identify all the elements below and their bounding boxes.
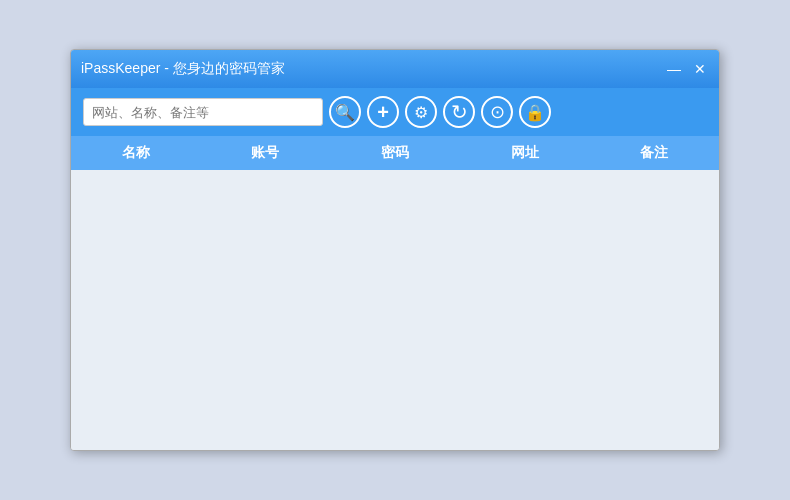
toolbar: 🔍 + ⚙ ↻ ⊙ 🔒 bbox=[71, 88, 719, 136]
header-password: 密码 bbox=[330, 144, 460, 162]
close-button[interactable]: ✕ bbox=[691, 60, 709, 78]
refresh-button[interactable]: ↻ bbox=[443, 96, 475, 128]
minimize-button[interactable]: — bbox=[665, 60, 683, 78]
search-input[interactable] bbox=[83, 98, 323, 126]
settings-button[interactable]: ⚙ bbox=[405, 96, 437, 128]
search-button[interactable]: 🔍 bbox=[329, 96, 361, 128]
add-button[interactable]: + bbox=[367, 96, 399, 128]
lock-button[interactable]: 🔒 bbox=[519, 96, 551, 128]
table-header: 名称 账号 密码 网址 备注 bbox=[71, 136, 719, 170]
window-title: iPassKeeper - 您身边的密码管家 bbox=[81, 60, 665, 78]
title-bar: iPassKeeper - 您身边的密码管家 — ✕ bbox=[71, 50, 719, 88]
header-notes: 备注 bbox=[589, 144, 719, 162]
table-body bbox=[71, 170, 719, 450]
header-url: 网址 bbox=[460, 144, 590, 162]
window-controls: — ✕ bbox=[665, 60, 709, 78]
github-button[interactable]: ⊙ bbox=[481, 96, 513, 128]
header-name: 名称 bbox=[71, 144, 201, 162]
header-account: 账号 bbox=[201, 144, 331, 162]
main-window: iPassKeeper - 您身边的密码管家 — ✕ 🔍 + ⚙ ↻ ⊙ 🔒 名… bbox=[70, 49, 720, 451]
